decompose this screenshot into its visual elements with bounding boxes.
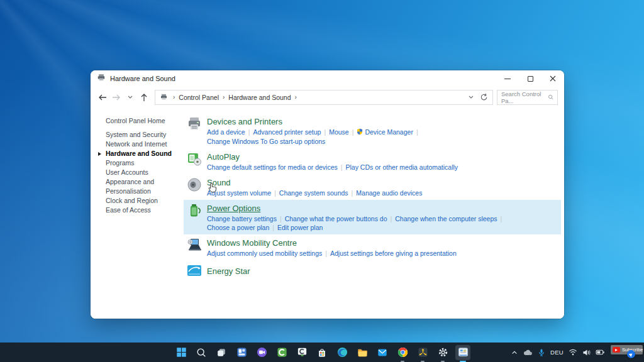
taskbar-store-icon[interactable] bbox=[314, 345, 330, 360]
sidebar-item-programs[interactable]: Programs bbox=[106, 158, 184, 168]
taskbar-start-icon[interactable] bbox=[174, 345, 189, 360]
minimize-icon bbox=[504, 79, 511, 79]
taskbar-camtasia-icon[interactable] bbox=[274, 345, 289, 360]
navigation-toolbar: › Control Panel › Hardware and Sound › S… bbox=[91, 87, 564, 107]
sidebar-item-control-panel-home[interactable]: Control Panel Home bbox=[106, 116, 184, 126]
youtube-icon bbox=[613, 347, 620, 353]
link-separator: | bbox=[352, 189, 353, 197]
autoplay-icon bbox=[186, 151, 203, 167]
task-link-add-a-device[interactable]: Add a device bbox=[207, 128, 245, 136]
section-body: Energy Star bbox=[207, 265, 250, 277]
sidebar-item-user-accounts[interactable]: User Accounts bbox=[106, 168, 184, 177]
section-body: Windows Mobility CentreAdjust commonly u… bbox=[207, 237, 457, 257]
link-separator: | bbox=[272, 224, 274, 231]
task-links-line: Change default settings for media or dev… bbox=[207, 163, 458, 172]
forward-button[interactable] bbox=[109, 90, 123, 104]
search-placeholder: Search Control Pa... bbox=[501, 90, 548, 104]
speaker-icon bbox=[186, 177, 203, 193]
task-link-adjust-settings-before-giving-a-presentation[interactable]: Adjust settings before giving a presenta… bbox=[330, 250, 457, 257]
laptop-icon bbox=[186, 237, 203, 253]
section-body: Devices and PrintersAdd a device|Advance… bbox=[207, 116, 421, 145]
sidebar-item-label: Control Panel Home bbox=[106, 117, 165, 124]
taskbar-icons bbox=[174, 343, 470, 362]
sidebar-item-label: User Accounts bbox=[106, 168, 148, 176]
taskbar-task-view-icon[interactable] bbox=[214, 345, 229, 360]
search-input[interactable]: Search Control Pa... bbox=[497, 90, 558, 105]
task-link-choose-a-power-plan[interactable]: Choose a power plan bbox=[207, 224, 269, 231]
tray-chevron-up-icon[interactable] bbox=[511, 349, 518, 356]
tray-language-indicator[interactable]: DEU bbox=[550, 349, 564, 356]
taskbar-chrome-icon[interactable] bbox=[395, 345, 410, 360]
task-link-manage-audio-devices[interactable]: Manage audio devices bbox=[356, 189, 422, 197]
task-link-mouse[interactable]: Mouse bbox=[329, 128, 349, 136]
breadcrumb-separator: › bbox=[223, 94, 225, 101]
maximize-button[interactable] bbox=[519, 70, 541, 87]
breadcrumb-hardware-and-sound[interactable]: Hardware and Sound bbox=[228, 94, 291, 101]
refresh-button[interactable] bbox=[477, 90, 490, 104]
close-button[interactable] bbox=[541, 70, 564, 87]
link-separator: | bbox=[248, 128, 250, 136]
taskbar-video-chat-icon[interactable] bbox=[254, 345, 269, 360]
address-bar[interactable]: › Control Panel › Hardware and Sound › bbox=[155, 90, 493, 105]
taskbar-widgets-icon[interactable] bbox=[234, 345, 249, 360]
task-links-line: Choose a power plan|Edit power plan bbox=[207, 224, 505, 232]
tray-microphone-icon[interactable] bbox=[538, 348, 545, 357]
task-link-advanced-printer-setup[interactable]: Advanced printer setup bbox=[253, 128, 321, 136]
task-link-change-windows-to-go-start-up-options[interactable]: Change Windows To Go start-up options bbox=[207, 138, 325, 145]
taskbar-mail-icon[interactable] bbox=[375, 345, 390, 360]
task-link-device-manager[interactable]: Device Manager bbox=[365, 128, 413, 136]
section-title-devices-and-printers[interactable]: Devices and Printers bbox=[207, 117, 282, 126]
link-separator: | bbox=[325, 250, 327, 257]
task-link-change-when-the-computer-sleeps[interactable]: Change when the computer sleeps bbox=[395, 215, 497, 222]
tray-battery-tray-icon[interactable] bbox=[596, 349, 605, 356]
section-power-options: Power OptionsChange battery settings|Cha… bbox=[184, 200, 561, 234]
sidebar-item-label: Appearance and Personalisation bbox=[106, 178, 154, 195]
task-link-change-system-sounds[interactable]: Change system sounds bbox=[279, 189, 348, 197]
section-title-energy-star[interactable]: Energy Star bbox=[207, 266, 250, 276]
search-icon bbox=[548, 94, 553, 101]
task-link-change-what-the-power-buttons-do[interactable]: Change what the power buttons do bbox=[285, 215, 387, 222]
task-link-play-cds-or-other-media-automatically[interactable]: Play CDs or other media automatically bbox=[346, 163, 458, 171]
forward-arrow-icon bbox=[112, 94, 121, 101]
sidebar-item-network-and-internet[interactable]: Network and Internet bbox=[106, 140, 184, 149]
sidebar-item-appearance-and-personalisation[interactable]: Appearance and Personalisation bbox=[106, 177, 184, 196]
running-indicator bbox=[460, 361, 466, 362]
sidebar-item-hardware-and-sound[interactable]: Hardware and Sound bbox=[106, 149, 184, 158]
tray-volume-icon[interactable] bbox=[582, 349, 591, 356]
taskbar-settings-icon[interactable] bbox=[435, 345, 450, 360]
task-link-change-battery-settings[interactable]: Change battery settings bbox=[207, 215, 277, 222]
task-link-edit-power-plan[interactable]: Edit power plan bbox=[277, 224, 323, 231]
up-button[interactable] bbox=[137, 90, 151, 104]
taskbar-screen-share-icon[interactable] bbox=[415, 345, 430, 360]
tray-wifi-icon[interactable] bbox=[569, 349, 577, 356]
task-link-change-default-settings-for-media-or-devices[interactable]: Change default settings for media or dev… bbox=[207, 163, 338, 171]
back-button[interactable] bbox=[96, 90, 109, 104]
sidebar-item-label: System and Security bbox=[106, 131, 166, 138]
sidebar-item-clock-and-region[interactable]: Clock and Region bbox=[106, 196, 184, 206]
section-title-autoplay[interactable]: AutoPlay bbox=[207, 152, 240, 162]
taskbar-search-icon[interactable] bbox=[194, 345, 209, 360]
section-title-power-options[interactable]: Power Options bbox=[207, 204, 260, 213]
minimize-button[interactable] bbox=[496, 70, 519, 87]
titlebar[interactable]: Hardware and Sound bbox=[91, 70, 564, 87]
taskbar-edge-icon[interactable] bbox=[335, 345, 350, 360]
tray-cloud-icon[interactable] bbox=[523, 349, 533, 356]
breadcrumb-control-panel[interactable]: Control Panel bbox=[179, 94, 219, 101]
address-dropdown-button[interactable] bbox=[465, 90, 477, 104]
taskbar-control-panel-icon[interactable] bbox=[455, 345, 470, 360]
link-separator: | bbox=[324, 128, 326, 136]
sidebar-item-system-and-security[interactable]: System and Security bbox=[106, 130, 184, 140]
sidebar-item-ease-of-access[interactable]: Ease of Access bbox=[106, 206, 184, 215]
section-body: AutoPlayChange default settings for medi… bbox=[207, 151, 458, 171]
sidebar: Control Panel HomeSystem and SecurityNet… bbox=[91, 107, 184, 319]
recent-pages-button[interactable] bbox=[123, 90, 137, 104]
maximize-icon bbox=[528, 76, 533, 82]
window-title: Hardware and Sound bbox=[110, 75, 175, 82]
section-title-windows-mobility-centre[interactable]: Windows Mobility Centre bbox=[207, 238, 297, 248]
close-icon bbox=[550, 75, 556, 82]
link-separator: | bbox=[352, 128, 354, 136]
taskbar-camtasia-recorder-icon[interactable] bbox=[294, 345, 309, 360]
taskbar-file-explorer-icon[interactable] bbox=[355, 345, 370, 360]
link-separator: | bbox=[341, 163, 343, 171]
task-link-adjust-commonly-used-mobility-settings[interactable]: Adjust commonly used mobility settings bbox=[207, 250, 322, 257]
